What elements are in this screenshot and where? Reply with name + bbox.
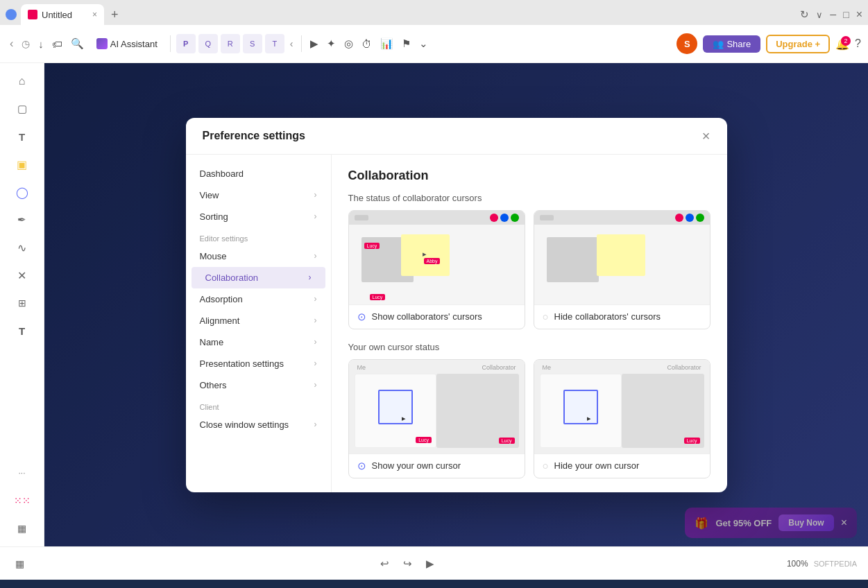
help-btn[interactable]: ? xyxy=(855,37,861,50)
play-btn[interactable]: ▶ xyxy=(307,35,321,53)
chevron-right-icon-pres: › xyxy=(314,358,317,368)
bottom-right: 100% SOFTPEDIA xyxy=(787,559,857,569)
chevron-right-icon: › xyxy=(314,190,317,200)
screen-tool-btn[interactable]: ▦ xyxy=(10,516,35,541)
minimize-btn[interactable]: – xyxy=(830,8,836,21)
show-cursors-card[interactable]: Lucy ▸ Abby Lucy xyxy=(348,210,525,329)
tool-q-btn[interactable]: Q xyxy=(198,34,218,53)
nav-item-others[interactable]: Others › xyxy=(186,374,331,396)
flag-btn[interactable]: ⚑ xyxy=(399,35,414,53)
tag-btn[interactable]: 🏷 xyxy=(49,35,65,53)
preference-settings-modal: Preference settings × Dashboard View › xyxy=(186,118,727,492)
back-arrow-btn[interactable]: ‹ xyxy=(7,35,16,53)
search-btn[interactable]: 🔍 xyxy=(68,35,87,53)
table-tool-btn[interactable]: ⊞ xyxy=(10,291,35,315)
expand-btn[interactable]: ⌄ xyxy=(416,35,431,53)
tool-p-btn[interactable]: P xyxy=(176,34,196,53)
shapes-tool-btn[interactable]: ◯ xyxy=(10,180,35,205)
chevron-right-icon-mouse: › xyxy=(314,251,317,261)
more-tools-sidebar-btn[interactable]: ··· xyxy=(10,460,35,485)
toolbar-right: S 👥 Share Upgrade + 🔔 2 ? xyxy=(676,33,861,54)
app-toolbar: ‹ ◷ ↓ 🏷 🔍 AI Assistant P Q R S T ‹ ▶ ✦ ◎… xyxy=(0,25,868,63)
tool-t-btn[interactable]: T xyxy=(265,34,284,53)
bottom-screen-btn[interactable]: ▦ xyxy=(11,555,28,572)
canvas-area[interactable]: Preference settings × Dashboard View › xyxy=(44,63,868,546)
chevron-right-icon-align: › xyxy=(314,315,317,325)
tab-close-btn[interactable]: × xyxy=(92,10,97,19)
upgrade-btn[interactable]: Upgrade + xyxy=(766,35,830,53)
cursor-status-label: The status of collaborator cursors xyxy=(348,193,710,203)
reload-btn[interactable]: ↻ xyxy=(800,8,809,21)
hide-own-cursor-footer: ○ Hide your own cursor xyxy=(534,453,710,477)
tab-title: Untitled xyxy=(42,10,72,20)
play-bottom-btn[interactable]: ▶ xyxy=(422,555,439,573)
maximize-btn[interactable]: □ xyxy=(843,9,849,20)
own-cursor-label: Your own cursor status xyxy=(348,342,710,352)
share-btn[interactable]: 👥 Share xyxy=(703,35,760,53)
bubble-btn[interactable]: ◎ xyxy=(341,35,356,53)
nav-section-client: Client xyxy=(186,396,331,414)
nav-item-sorting[interactable]: Sorting › xyxy=(186,206,331,227)
show-own-cursor-footer: ⊙ Show your own cursor xyxy=(349,453,525,478)
hide-own-cursor-preview: Me Collaborator ▸ Lucy xyxy=(534,360,710,453)
browser-chrome: Untitled × + ↻ ∨ – □ × xyxy=(0,0,868,25)
history-btn[interactable]: ◷ xyxy=(19,35,33,52)
nav-item-collaboration[interactable]: Collaboration › xyxy=(192,267,325,288)
nav-chevron-btn[interactable]: ∨ xyxy=(816,10,823,20)
nav-section-editor: Editor settings xyxy=(186,227,331,245)
chevron-right-icon-others: › xyxy=(314,380,317,390)
apps-tool-btn[interactable]: ⁙⁙ xyxy=(10,488,35,513)
nav-item-dashboard[interactable]: Dashboard xyxy=(186,163,331,184)
show-cursors-preview: Lucy ▸ Abby Lucy xyxy=(349,211,525,304)
new-tab-btn[interactable]: + xyxy=(107,8,123,22)
chart-btn[interactable]: 📊 xyxy=(377,35,396,53)
ai-assistant-btn[interactable]: AI Assistant xyxy=(90,35,164,52)
content-title: Collaboration xyxy=(348,168,710,183)
nav-item-mouse[interactable]: Mouse › xyxy=(186,245,331,267)
nav-item-view[interactable]: View › xyxy=(186,184,331,206)
nav-item-name[interactable]: Name › xyxy=(186,331,331,353)
modal-close-btn[interactable]: × xyxy=(702,129,710,143)
more-tools-btn[interactable]: ‹ xyxy=(287,35,296,52)
note-tool-btn[interactable]: ▣ xyxy=(10,152,35,177)
close-window-btn[interactable]: × xyxy=(856,8,862,21)
undo-btn[interactable]: ↩ xyxy=(376,555,393,573)
text-tool-btn[interactable]: T xyxy=(10,124,35,149)
hide-cursors-radio[interactable]: ○ xyxy=(543,311,549,322)
hide-own-cursor-radio[interactable]: ○ xyxy=(543,460,549,472)
download-btn[interactable]: ↓ xyxy=(35,35,46,53)
chevron-right-icon-close: › xyxy=(314,420,317,429)
show-own-cursor-card[interactable]: Me Collaborator ▸ Lucy xyxy=(348,359,525,478)
text2-tool-btn[interactable]: T xyxy=(10,318,35,343)
frame-tool-btn[interactable]: ▢ xyxy=(10,96,35,121)
animate-btn[interactable]: ✦ xyxy=(324,35,339,53)
modal-title: Preference settings xyxy=(203,130,306,142)
bottom-bar: ▦ ↩ ↪ ▶ 100% SOFTPEDIA xyxy=(0,546,868,580)
timer-btn[interactable]: ⏱ xyxy=(359,35,375,53)
tool-r-btn[interactable]: R xyxy=(221,34,240,53)
notifications-btn[interactable]: 🔔 2 xyxy=(835,37,849,51)
hide-cursors-card[interactable]: ○ Hide collaborators' cursors xyxy=(534,210,710,329)
tab-favicon xyxy=(28,10,37,19)
tool-s-btn[interactable]: S xyxy=(243,34,262,53)
settings-content: Collaboration The status of collaborator… xyxy=(332,155,727,492)
home-tool-btn[interactable]: ⌂ xyxy=(10,69,35,94)
hide-cursors-preview xyxy=(534,211,710,304)
notif-badge: 2 xyxy=(841,36,851,46)
show-cursors-radio[interactable]: ⊙ xyxy=(357,311,366,323)
nav-item-alignment[interactable]: Alignment › xyxy=(186,310,331,331)
nav-item-close-window[interactable]: Close window settings › xyxy=(186,414,331,435)
bottom-center: ↩ ↪ ▶ xyxy=(376,555,439,573)
show-own-cursor-radio[interactable]: ⊙ xyxy=(357,460,366,472)
chevron-right-icon-collab: › xyxy=(309,273,312,282)
hide-own-cursor-card[interactable]: Me Collaborator ▸ Lucy xyxy=(534,359,710,478)
left-sidebar: ⌂ ▢ T ▣ ◯ ✒ ∿ ✕ ⊞ T ··· ⁙⁙ ▦ xyxy=(0,63,44,546)
redo-btn[interactable]: ↪ xyxy=(399,555,416,573)
nav-item-presentation[interactable]: Presentation settings › xyxy=(186,353,331,374)
active-tab[interactable]: Untitled × xyxy=(21,4,104,25)
connector-tool-btn[interactable]: ✕ xyxy=(10,263,35,288)
pen-tool-btn[interactable]: ✒ xyxy=(10,207,35,232)
nav-item-adsorption[interactable]: Adsorption › xyxy=(186,288,331,310)
chevron-right-icon-adsorption: › xyxy=(314,294,317,304)
scribble-tool-btn[interactable]: ∿ xyxy=(10,235,35,260)
